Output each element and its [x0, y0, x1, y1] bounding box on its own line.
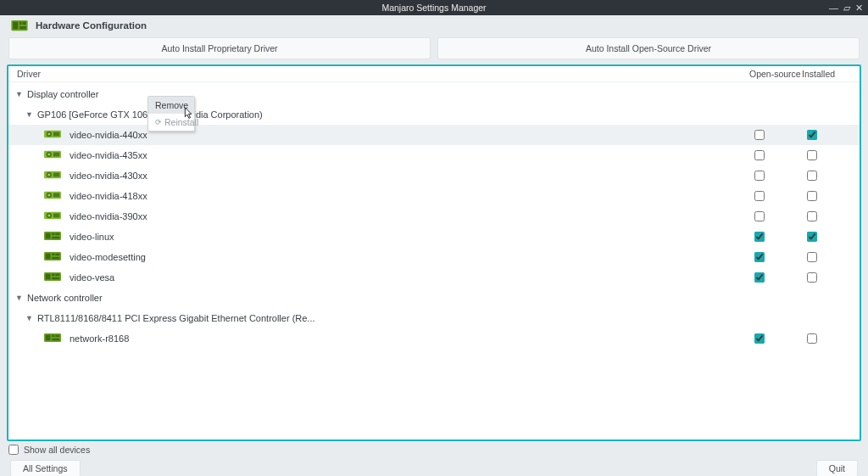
driver-label: video-nvidia-435xx: [66, 150, 147, 160]
driver-label: video-nvidia-440xx: [66, 130, 147, 140]
hardware-icon: [10, 20, 29, 31]
svg-rect-2: [19, 22, 22, 25]
svg-rect-4: [19, 26, 26, 30]
svg-rect-20: [53, 193, 60, 198]
device-label: RTL8111/8168/8411 PCI Express Gigabit Et…: [34, 313, 315, 323]
installed-checkbox[interactable]: [807, 333, 817, 344]
open-source-checkbox[interactable]: [754, 150, 765, 160]
window-controls: — ▱ ✕: [829, 0, 863, 15]
gpu-icon: [44, 210, 61, 222]
svg-rect-1: [13, 22, 18, 30]
driver-row[interactable]: video-nvidia-418xx: [8, 186, 860, 206]
driver-row[interactable]: video-linux: [8, 227, 860, 247]
show-all-devices-checkbox[interactable]: [8, 445, 19, 455]
installed-checkbox[interactable]: [807, 272, 817, 283]
expand-icon[interactable]: ▼: [15, 90, 24, 98]
driver-row[interactable]: video-nvidia-430xx: [8, 165, 860, 186]
driver-row[interactable]: video-nvidia-390xx: [8, 206, 860, 227]
open-source-checkbox[interactable]: [754, 232, 765, 242]
svg-point-19: [48, 194, 51, 197]
quit-button[interactable]: Quit: [816, 460, 858, 476]
column-installed[interactable]: Installed: [802, 69, 854, 79]
page-title: Hardware Configuration: [36, 20, 147, 31]
cursor-icon: [184, 107, 193, 120]
minimize-icon[interactable]: —: [829, 3, 838, 13]
show-all-devices-row: Show all devices: [0, 441, 868, 456]
open-source-checkbox[interactable]: [754, 252, 765, 262]
open-source-checkbox[interactable]: [754, 171, 765, 181]
column-open-source[interactable]: Open-source: [749, 69, 802, 79]
driver-label: network-r8168: [66, 333, 129, 344]
category-label: Display controller: [24, 89, 98, 99]
svg-rect-34: [52, 257, 59, 260]
all-settings-button[interactable]: All Settings: [10, 460, 81, 476]
svg-rect-37: [52, 274, 54, 277]
driver-row[interactable]: video-vesa: [8, 267, 860, 288]
svg-rect-8: [53, 132, 60, 137]
svg-rect-33: [55, 254, 59, 256]
tree-body: ▼Display controller▼GP106 [GeForce GTX 1…: [8, 82, 860, 440]
expand-icon[interactable]: ▼: [25, 314, 34, 322]
board-icon: [44, 333, 61, 344]
action-buttons: Auto Install Proprietary Driver Auto Ins…: [0, 36, 868, 64]
open-source-checkbox[interactable]: [754, 333, 765, 344]
auto-install-opensource-button[interactable]: Auto Install Open-Source Driver: [437, 37, 860, 59]
window-title: Manjaro Settings Manager: [381, 3, 486, 13]
installed-checkbox[interactable]: [807, 191, 817, 201]
board-icon: [44, 272, 61, 283]
titlebar: Manjaro Settings Manager — ▱ ✕: [0, 0, 868, 15]
svg-rect-27: [52, 233, 54, 236]
driver-row[interactable]: video-nvidia-435xx: [8, 145, 860, 165]
driver-row[interactable]: video-nvidia-440xx: [8, 125, 860, 145]
installed-checkbox[interactable]: [807, 130, 817, 140]
gpu-icon: [44, 170, 61, 182]
installed-checkbox[interactable]: [807, 211, 817, 221]
page-header: Hardware Configuration: [0, 15, 868, 36]
tree-header: Driver Open-source Installed: [8, 66, 860, 82]
driver-label: video-modesetting: [66, 252, 146, 262]
svg-rect-36: [46, 274, 51, 280]
svg-rect-38: [55, 274, 59, 277]
svg-point-15: [48, 174, 51, 176]
svg-rect-42: [52, 335, 54, 338]
svg-rect-12: [53, 153, 60, 157]
open-source-checkbox[interactable]: [754, 191, 765, 201]
installed-checkbox[interactable]: [807, 232, 817, 242]
svg-rect-32: [52, 254, 54, 256]
tree-category[interactable]: ▼Network controller: [8, 288, 860, 308]
svg-rect-28: [55, 233, 59, 236]
installed-checkbox[interactable]: [807, 150, 817, 160]
auto-install-proprietary-button[interactable]: Auto Install Proprietary Driver: [8, 37, 431, 59]
svg-rect-3: [23, 22, 26, 25]
close-icon[interactable]: ✕: [855, 3, 863, 13]
maximize-icon[interactable]: ▱: [843, 3, 850, 13]
svg-rect-31: [46, 254, 51, 260]
svg-rect-41: [46, 335, 51, 341]
driver-label: video-nvidia-418xx: [66, 191, 147, 201]
open-source-checkbox[interactable]: [754, 272, 765, 283]
expand-icon[interactable]: ▼: [15, 294, 24, 302]
open-source-checkbox[interactable]: [754, 211, 765, 221]
svg-point-11: [48, 154, 51, 156]
tree-device[interactable]: ▼GP106 [GeForce GTX 1060 6GB] (nVidia Co…: [8, 104, 860, 125]
driver-row[interactable]: video-modesetting: [8, 247, 860, 267]
tree-device[interactable]: ▼RTL8111/8168/8411 PCI Express Gigabit E…: [8, 308, 860, 328]
open-source-checkbox[interactable]: [754, 130, 765, 140]
expand-icon[interactable]: ▼: [25, 110, 34, 119]
driver-label: video-nvidia-390xx: [66, 211, 147, 221]
installed-checkbox[interactable]: [807, 171, 817, 181]
show-all-devices-label: Show all devices: [24, 445, 90, 455]
tree-category[interactable]: ▼Display controller: [8, 84, 860, 104]
column-driver[interactable]: Driver: [14, 69, 749, 79]
driver-row[interactable]: network-r8168: [8, 328, 860, 349]
gpu-icon: [44, 149, 61, 161]
svg-point-23: [48, 215, 51, 217]
board-icon: [44, 251, 61, 263]
category-label: Network controller: [24, 293, 103, 303]
installed-checkbox[interactable]: [807, 252, 817, 262]
footer-buttons: All Settings Quit: [0, 456, 868, 476]
reload-icon: ⟳: [155, 118, 162, 126]
svg-rect-29: [52, 237, 59, 239]
driver-label: video-nvidia-430xx: [66, 171, 147, 181]
driver-tree-panel: Driver Open-source Installed ▼Display co…: [7, 64, 861, 441]
